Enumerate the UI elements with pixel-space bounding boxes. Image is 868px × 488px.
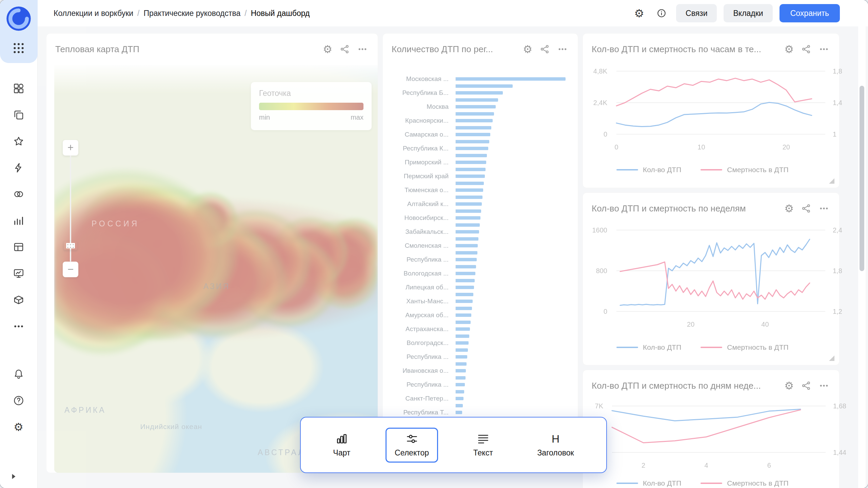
bar — [456, 279, 475, 282]
datalens-logo-icon — [5, 5, 32, 32]
bar-row: Ханты-Манс... — [392, 298, 566, 305]
widget-relations-icon[interactable] — [801, 203, 811, 214]
widget-relations-icon[interactable] — [801, 44, 811, 54]
map-label-asia: АЗИЯ — [203, 282, 230, 291]
bar-row — [392, 402, 566, 409]
widget-more-icon[interactable] — [357, 44, 368, 54]
widget-settings-icon[interactable]: ⚙ — [784, 381, 794, 391]
dashboard-info-button[interactable] — [654, 5, 669, 21]
bar — [456, 362, 467, 366]
bar — [456, 355, 467, 359]
bar-track — [455, 230, 566, 233]
dashboard-settings-button[interactable]: ⚙ — [631, 5, 647, 21]
sidebar-item-storage[interactable] — [9, 290, 28, 309]
map-canvas[interactable]: РОССИЯ АЗИЯ АФРИКА Индийский океан АВСТР… — [54, 65, 378, 473]
widget-relations-icon[interactable] — [801, 381, 811, 391]
bar-row — [392, 291, 566, 298]
legend-max-label: max — [351, 114, 363, 121]
legend-item[interactable]: Кол-во ДТП — [616, 166, 681, 174]
widget-settings-icon[interactable]: ⚙ — [523, 44, 532, 55]
widget-settings-icon[interactable]: ⚙ — [784, 44, 794, 55]
series-line-swatch — [616, 347, 638, 348]
favorites-star-icon — [13, 136, 24, 147]
panel-item-selector[interactable]: Селектор — [386, 428, 438, 463]
bar-row: Тюменская о... — [392, 187, 566, 194]
links-button[interactable]: Связи — [676, 4, 717, 22]
bar — [456, 216, 480, 220]
sidebar-item-collections[interactable] — [9, 79, 28, 98]
bar-category-label: Приморский ... — [392, 159, 455, 166]
sidebar-item-more[interactable] — [9, 317, 28, 336]
bar-track — [455, 313, 566, 317]
bar — [456, 112, 494, 116]
scrollbar-thumb[interactable] — [860, 86, 864, 271]
panel-item-chart[interactable]: Чарт — [324, 428, 359, 463]
sidebar-item-presentations[interactable] — [9, 264, 28, 283]
panel-item-label: Селектор — [395, 448, 429, 458]
sidebar-item-tables[interactable] — [9, 238, 28, 257]
sidebar-item-datasets[interactable] — [9, 185, 28, 204]
zoom-in-button[interactable]: + — [63, 140, 78, 156]
bar-row: Республика К... — [392, 145, 566, 152]
bar-row — [392, 208, 566, 215]
breadcrumb-collections[interactable]: Коллекции и воркбуки — [54, 9, 133, 18]
sidebar-bottom-nav: ⚙ — [0, 365, 37, 436]
widget-settings-icon[interactable]: ⚙ — [784, 203, 794, 214]
series-line-swatch — [616, 483, 638, 484]
tables-icon — [13, 241, 24, 253]
bar-category-label: Смоленская ... — [392, 242, 455, 249]
widget-more-icon[interactable] — [819, 44, 829, 54]
sidebar-item-settings[interactable]: ⚙ — [9, 418, 28, 436]
legend-label: Кол-во ДТП — [643, 479, 681, 487]
panel-item-heading[interactable]: H Заголовок — [528, 428, 583, 463]
tabs-button[interactable]: Вкладки — [724, 4, 772, 22]
widget-accidents-by-weekday: Кол-во ДТП и смертность по дням неде... … — [583, 370, 840, 488]
heading-icon: H — [552, 433, 559, 445]
y-axis-right: 2,41,81,2 — [829, 230, 854, 311]
panel-item-text[interactable]: Текст — [464, 428, 502, 463]
widget-settings-icon[interactable]: ⚙ — [323, 44, 332, 55]
sidebar-item-apps[interactable] — [12, 41, 25, 55]
apps-grid-icon — [12, 41, 25, 55]
widget-more-icon[interactable] — [557, 44, 568, 54]
bar-category-label: Астраханска... — [392, 325, 455, 333]
bar — [456, 91, 503, 95]
legend-item[interactable]: Смертность в ДТП — [701, 166, 788, 174]
sidebar-item-workbooks[interactable] — [9, 105, 28, 124]
sidebar-item-favorites[interactable] — [9, 132, 28, 151]
legend-item[interactable]: Кол-во ДТП — [616, 479, 681, 487]
bar-row: Московская ... — [392, 76, 566, 83]
expand-arrow-icon — [9, 472, 18, 481]
bar-track — [455, 223, 566, 227]
sidebar-item-charts[interactable] — [9, 211, 28, 230]
widget-accidents-by-weeks: Кол-во ДТП и смертность по неделям ⚙ 160… — [583, 192, 840, 365]
x-axis: 246 — [612, 461, 826, 471]
sidebar: ⚙ — [0, 0, 38, 488]
sidebar-item-connections[interactable] — [9, 158, 28, 177]
sidebar-item-help[interactable] — [9, 391, 28, 410]
legend-item[interactable]: Смертность в ДТП — [701, 343, 788, 351]
widget-more-icon[interactable] — [819, 381, 829, 391]
widget-more-icon[interactable] — [819, 203, 829, 214]
widget-relations-icon[interactable] — [340, 44, 350, 54]
widget-relations-icon[interactable] — [540, 44, 550, 54]
sidebar-item-notifications[interactable] — [9, 365, 28, 384]
legend-item[interactable]: Смертность в ДТП — [701, 479, 788, 487]
chart-legend: Кол-во ДТП Смертность в ДТП — [616, 479, 789, 487]
bar-row: Вологодская ... — [392, 270, 566, 277]
legend-item[interactable]: Кол-во ДТП — [616, 343, 681, 351]
axis-tick: 7K — [595, 402, 603, 410]
bar-row: Москва — [392, 103, 566, 110]
breadcrumb-guides[interactable]: Практические руководства — [143, 9, 240, 18]
bar-category-label: Амурская об... — [392, 311, 455, 319]
bar — [456, 84, 513, 88]
bar-track — [455, 196, 566, 199]
resize-handle-icon[interactable] — [829, 355, 834, 361]
zoom-out-button[interactable]: − — [63, 262, 78, 277]
sidebar-expand-button[interactable] — [7, 470, 20, 483]
datalens-logo[interactable] — [5, 5, 32, 32]
zoom-slider-handle[interactable] — [63, 241, 78, 250]
series-line-swatch — [616, 169, 638, 170]
save-button[interactable]: Сохранить — [780, 4, 840, 22]
resize-handle-icon[interactable] — [829, 178, 834, 184]
